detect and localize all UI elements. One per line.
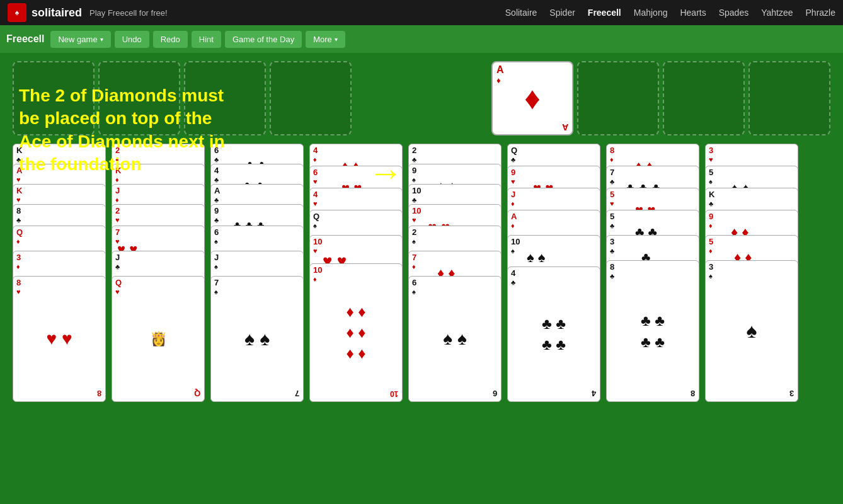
columns-area: K♣ A♥ K♥ 8♣ ♣ ♣ Q♦ 3♦ 8♥ 8 ♥ ♥: [5, 144, 838, 415]
foundation-spades[interactable]: [577, 61, 659, 135]
column-6: Q♣ 9♥ ♥ ♥ J♦ A♦ 10♠ ♠ ♠ ♠ ♠ 4♣ 4 ♣ ♣: [507, 144, 603, 415]
new-game-button[interactable]: New game: [50, 31, 110, 48]
foundation-diamonds[interactable]: A♦ ♦ A: [491, 61, 573, 135]
foundation-slots: A♦ ♦ A: [491, 61, 830, 135]
hint-button[interactable]: Hint: [192, 31, 221, 48]
nav-mahjong[interactable]: Mahjong: [634, 8, 668, 18]
column-3: 6♣ ♣ ♣ 4♣ ♣ ♣ A♣ 9♣ ♣ ♣ ♣ 6♠ J♠ 7♠ 7: [210, 144, 306, 415]
header: ♠ solitaired Play Freecell for free! Sol…: [0, 0, 843, 25]
card-8-clubs-7[interactable]: 8♣ 8 ♣ ♣ ♣ ♣: [606, 260, 699, 402]
game-title-label: Freecell: [6, 33, 44, 45]
card-7-spades[interactable]: 7♠ 7 ♠ ♠: [210, 276, 304, 402]
nav-hearts[interactable]: Hearts: [680, 8, 706, 18]
nav-links: Solitaire Spider Freecell Mahjong Hearts…: [505, 8, 835, 18]
card-q-hearts[interactable]: Q♥ Q 👸: [112, 276, 205, 402]
hint-arrow: →: [369, 152, 403, 193]
nav-freecell[interactable]: Freecell: [588, 8, 621, 18]
game-of-day-button[interactable]: Game of the Day: [225, 31, 302, 48]
nav-solitaire[interactable]: Solitaire: [505, 8, 537, 18]
hint-text: The 2 of Diamonds must be placed on top …: [19, 84, 246, 176]
column-7: 8♦ ♦ ♦ 7♣ ♣ ♣ ♣ 5♥ ♥ ♥ 5♣ ♣ ♣ 3♣ ♣ 8♣ 8: [606, 144, 702, 415]
foundation-card-center: ♦: [493, 62, 572, 134]
nav-phrazle[interactable]: Phrazle: [806, 8, 835, 18]
game-area: The 2 of Diamonds must be placed on top …: [0, 53, 843, 504]
card-6-spades-5[interactable]: 6♠ 6 ♠ ♠: [408, 276, 502, 402]
nav-spades[interactable]: Spades: [719, 8, 748, 18]
foundation-clubs[interactable]: [748, 61, 830, 135]
toolbar: Freecell New game Undo Redo Hint Game of…: [0, 25, 843, 53]
card-4-clubs-6[interactable]: 4♣ 4 ♣ ♣ ♣ ♣: [507, 266, 600, 402]
card-10-diamonds[interactable]: 10♦ 10 ♦ ♦ ♦ ♦ ♦ ♦: [309, 263, 403, 402]
undo-button[interactable]: Undo: [115, 31, 149, 48]
nav-yahtzee[interactable]: Yahtzee: [761, 8, 793, 18]
card-3-spades[interactable]: 3♠ 3 ♠: [705, 260, 798, 402]
logo-icon: ♠: [8, 3, 26, 22]
column-2: 2♦ K♦ J♦ 2♥ 7♥ ♥ ♥ J♣ Q♥ Q 👸: [112, 144, 207, 415]
redo-button[interactable]: Redo: [153, 31, 188, 48]
more-button[interactable]: More: [306, 31, 345, 48]
column-5: 2♣ 9♠ ♠ ♠ 10♣ 10♥ ♥ ♥ ♥ ♥ 2♠ 7♦ ♦ ♦: [408, 144, 504, 415]
card-8-hearts[interactable]: 8♥ 8 ♥ ♥: [13, 276, 106, 402]
logo-area: ♠ solitaired: [8, 3, 82, 22]
foundation-hearts[interactable]: [663, 61, 745, 135]
logo-text[interactable]: solitaired: [32, 6, 82, 20]
column-1: K♣ A♥ K♥ 8♣ ♣ ♣ Q♦ 3♦ 8♥ 8 ♥ ♥: [13, 144, 108, 415]
foundation-card-rank-bottom: A: [562, 123, 568, 132]
foundation-card-rank-top: A♦: [496, 65, 504, 85]
freecell-4[interactable]: [270, 61, 352, 135]
column-8: 3♥ 5♠ ♠ ♠ K♣ 9♦ ♦ ♦ 5♦ ♦ ♦ 3♠ 3 ♠: [705, 144, 801, 415]
tagline: Play Freecell for free!: [89, 8, 168, 18]
nav-spider[interactable]: Spider: [549, 8, 575, 18]
